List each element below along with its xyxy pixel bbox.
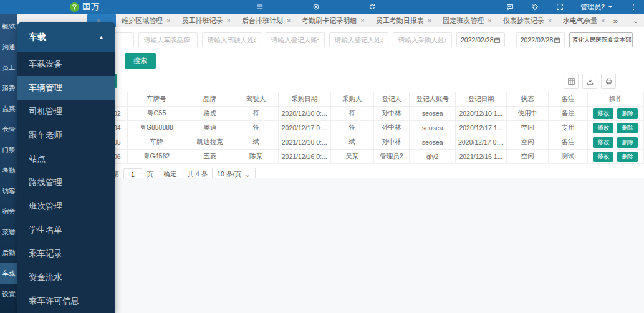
- registrant-name-input[interactable]: [329, 32, 388, 47]
- cell: 五菱: [186, 150, 234, 164]
- menu-item-班次管理[interactable]: 班次管理: [17, 195, 115, 218]
- tab-dropdown-icon[interactable]: ⌄: [627, 14, 644, 27]
- row-actions: 修改删除: [587, 107, 643, 121]
- tab-3[interactable]: 后台排班计划×: [236, 14, 296, 27]
- table-header-row: 车辆编号车牌号品牌驾驶人采购日期采购人登记人登记人账号登记日期状态备注操作: [69, 92, 644, 107]
- delete-button[interactable]: 删除: [617, 137, 638, 148]
- chevron-down-icon: ⌄: [245, 171, 251, 178]
- menu-item-车载设备[interactable]: 车载设备: [17, 52, 115, 76]
- cell: 2020/12/17 1...: [455, 121, 506, 135]
- menu-item-跟车老师[interactable]: 跟车老师: [17, 123, 115, 147]
- buyer-name-input[interactable]: [393, 32, 452, 47]
- driver-name-input[interactable]: [202, 32, 261, 47]
- menu-item-司机管理[interactable]: 司机管理: [17, 100, 115, 123]
- close-icon[interactable]: ×: [428, 17, 431, 24]
- close-icon[interactable]: ×: [488, 17, 491, 24]
- cell: 2021/12/10 0:...: [278, 135, 330, 150]
- sidebar-item-菜谱[interactable]: 菜谱: [0, 222, 17, 243]
- date-from-value: 2022/02/28: [461, 36, 494, 44]
- tab-2[interactable]: 员工排班记录×: [176, 14, 236, 27]
- sidebar-item-考勤[interactable]: 考勤: [0, 160, 17, 181]
- sidebar-item-仓管[interactable]: 仓管: [0, 119, 17, 140]
- menu-item-乘车记录[interactable]: 乘车记录: [17, 242, 115, 266]
- cell: 管理员2: [373, 150, 410, 164]
- date-to-picker[interactable]: 2022/02/28: [516, 32, 565, 47]
- tab-overflow-icon[interactable]: »: [605, 16, 627, 26]
- export-icon[interactable]: [582, 74, 597, 89]
- top-navbar: 国万 管理员2 ⋮: [0, 0, 644, 14]
- search-button[interactable]: 搜索: [125, 53, 156, 69]
- collapse-menu-icon[interactable]: [256, 2, 264, 11]
- cell: 备注: [549, 107, 588, 121]
- sidebar-item-沟通[interactable]: 沟通: [0, 37, 17, 57]
- filter-columns-icon[interactable]: [564, 74, 579, 89]
- menu-item-资金流水[interactable]: 资金流水: [17, 266, 115, 289]
- sidebar-item-设置[interactable]: 设置: [0, 284, 17, 304]
- tab-label: 后台排班计划: [242, 16, 283, 26]
- close-icon[interactable]: ×: [287, 17, 291, 24]
- data-table: 车辆编号车牌号品牌驾驶人采购日期采购人登记人登记人账号登记日期状态备注操作 00…: [69, 92, 644, 164]
- cell: 测试: [549, 150, 588, 164]
- cell: 空闲: [506, 121, 548, 135]
- tab-4[interactable]: 考勤刷卡记录明细×: [296, 14, 370, 27]
- cell: 孙中林: [373, 135, 410, 150]
- menu-item-学生名单[interactable]: 学生名单: [17, 218, 115, 242]
- close-icon[interactable]: ×: [166, 17, 170, 24]
- edit-button[interactable]: 修改: [593, 123, 613, 133]
- sidebar-item-门禁[interactable]: 门禁: [0, 140, 17, 160]
- tab-6[interactable]: 固定班次管理×: [437, 14, 497, 27]
- cell: 车牌: [127, 135, 186, 150]
- tab-5[interactable]: 员工考勤日报表×: [370, 14, 437, 27]
- message-icon[interactable]: [506, 2, 514, 11]
- menu-item-乘车许可信息[interactable]: 乘车许可信息: [17, 289, 115, 313]
- sidebar-item-员工[interactable]: 员工: [0, 57, 17, 78]
- menu-item-路线管理[interactable]: 路线管理: [17, 171, 115, 195]
- org-select[interactable]: 遵化人民医院食堂本部 ⌄: [569, 32, 633, 47]
- dot-indicator-icon[interactable]: [312, 2, 320, 11]
- brand: 国万: [70, 1, 100, 12]
- sidebar-item-概览[interactable]: 概览: [0, 16, 17, 37]
- menu-item-站点[interactable]: 站点: [17, 147, 115, 171]
- cell: 2021/12/16 1...: [455, 150, 506, 164]
- tab-label: 考勤刷卡记录明细: [302, 16, 357, 26]
- calendar-icon: [554, 37, 560, 44]
- edit-button[interactable]: 修改: [593, 137, 613, 148]
- delete-button[interactable]: 删除: [617, 152, 638, 162]
- close-icon[interactable]: ×: [226, 17, 230, 24]
- fullscreen-icon[interactable]: [555, 2, 564, 11]
- cell: 斌: [234, 135, 278, 150]
- edit-button[interactable]: 修改: [593, 152, 613, 162]
- menu-item-车辆管理[interactable]: 车辆管理: [17, 76, 115, 100]
- edit-button[interactable]: 修改: [593, 108, 613, 119]
- sidebar-item-访客[interactable]: 访客: [0, 181, 17, 201]
- registrant-account-input[interactable]: [266, 32, 325, 47]
- plate-brand-input[interactable]: [138, 32, 198, 47]
- sidebar-item-消费[interactable]: 消费: [0, 78, 17, 99]
- close-icon[interactable]: ×: [360, 17, 364, 24]
- delete-button[interactable]: 删除: [617, 108, 638, 119]
- date-to-value: 2022/02/28: [521, 36, 554, 44]
- cell: 空闲: [506, 150, 548, 164]
- calendar-icon: [494, 37, 501, 44]
- flyout-header[interactable]: 车载 ▲: [17, 22, 115, 52]
- col-header-1: 车牌号: [127, 92, 186, 107]
- tab-1[interactable]: 维护区域管理×: [116, 14, 176, 27]
- cell: 2020/12/17 0:...: [278, 121, 330, 135]
- admin-dropdown[interactable]: 管理员2: [580, 2, 613, 12]
- tab-8[interactable]: 水电气余量×: [557, 14, 605, 27]
- print-icon[interactable]: [601, 74, 616, 89]
- date-from-picker[interactable]: 2022/02/28: [456, 32, 505, 47]
- sidebar-item-宿舍[interactable]: 宿舍: [0, 201, 17, 222]
- tab-7[interactable]: 仪表抄表记录×: [497, 14, 557, 27]
- cell: 空闲: [506, 135, 548, 150]
- tag-icon[interactable]: [531, 2, 539, 11]
- close-icon[interactable]: ×: [548, 17, 552, 24]
- sidebar-item-后勤[interactable]: 后勤: [0, 243, 17, 263]
- cell: seosea: [410, 121, 456, 135]
- sidebar-rail: 概览沟通员工消费点菜仓管门禁考勤访客宿舍菜谱后勤车载设置: [0, 14, 17, 313]
- more-vertical-icon[interactable]: ⋮: [629, 2, 638, 11]
- refresh-icon[interactable]: [368, 2, 377, 11]
- sidebar-item-车载[interactable]: 车载: [0, 263, 17, 284]
- sidebar-item-点菜[interactable]: 点菜: [0, 99, 17, 119]
- delete-button[interactable]: 删除: [617, 123, 638, 133]
